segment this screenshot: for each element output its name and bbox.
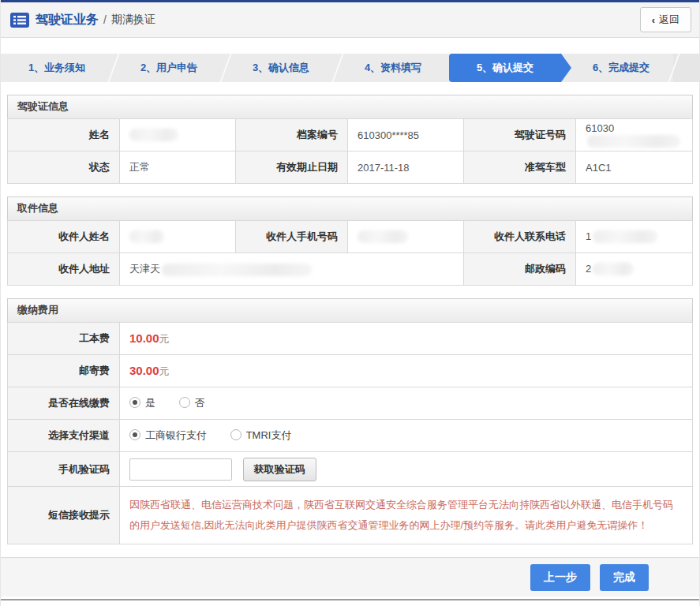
pickup-section-title: 取件信息 (7, 196, 693, 220)
license-table: 姓名 档案编号 610300****85 驾驶证号码 61030 状态 正常 有… (7, 118, 693, 184)
status-label: 状态 (8, 152, 120, 184)
license-section-title: 驾驶证信息 (7, 95, 693, 118)
redacted-postcode (593, 263, 634, 275)
fees-table: 工本费 10.00元 邮寄费 30.00元 是否在线缴费 是 否 选择支付渠道 … (7, 322, 693, 544)
back-button[interactable]: ‹ 返回 (640, 7, 691, 32)
postage-fee-label: 邮寄费 (8, 355, 120, 387)
license-row-1: 姓名 档案编号 610300****85 驾驶证号码 61030 (8, 119, 693, 152)
icbc-pay-radio[interactable] (129, 429, 140, 440)
cost-fee-amount: 10.00 (129, 331, 159, 345)
license-number-label: 驾驶证号码 (464, 119, 576, 152)
fee-cost-row: 工本费 10.00元 (8, 323, 693, 355)
redacted-name (129, 129, 178, 141)
name-value (120, 119, 236, 152)
expiry-label: 有效期止日期 (236, 152, 348, 184)
online-pay-no-label[interactable]: 否 (195, 397, 205, 409)
breadcrumb-separator: / (103, 13, 107, 26)
vehicle-class-label: 准驾车型 (464, 152, 576, 184)
breadcrumb-current: 期满换证 (111, 13, 155, 27)
step-2-tab[interactable]: 2、用户申告 (113, 54, 225, 82)
step-5-tab-active[interactable]: 5、确认提交 (449, 54, 561, 82)
step-6-tab[interactable]: 6、完成提交 (561, 54, 673, 82)
online-pay-yes-label[interactable]: 是 (145, 397, 155, 409)
postcode-value: 2 (576, 253, 693, 286)
icbc-pay-label[interactable]: 工商银行支付 (145, 429, 207, 441)
fees-section-title: 缴纳费用 (7, 298, 693, 322)
finish-button[interactable]: 完成 (600, 564, 649, 591)
recipient-phone-value: 1 (576, 221, 693, 253)
chevron-left-icon: ‹ (652, 14, 655, 26)
step-3-tab[interactable]: 3、确认信息 (225, 54, 337, 82)
sms-notice-row: 短信接收提示 因陕西省联通、电信运营商技术问题，陕西省互联网交通安全综合服务管理… (8, 487, 693, 544)
bottom-divider (1, 599, 699, 600)
fee-postage-row: 邮寄费 30.00元 (8, 355, 693, 387)
pay-channel-options: 工商银行支付 TMRI支付 (120, 420, 693, 452)
expiry-value: 2017-11-18 (348, 152, 464, 184)
recipient-name-value (120, 221, 236, 253)
tmri-pay-label[interactable]: TMRI支付 (246, 429, 292, 441)
captcha-row: 手机验证码 获取验证码 (8, 452, 693, 487)
recipient-mobile-value (348, 221, 464, 253)
step-4-tab[interactable]: 4、资料填写 (337, 54, 449, 82)
recipient-mobile-label: 收件人手机号码 (236, 221, 348, 253)
redacted-recipient-name (129, 230, 164, 243)
pickup-row-2: 收件人地址 天津天 邮政编码 2 (8, 253, 693, 286)
step-1-tab[interactable]: 1、业务须知 (1, 54, 113, 82)
back-button-label: 返回 (659, 13, 679, 27)
captcha-input[interactable] (129, 458, 232, 481)
redacted-phone (593, 230, 657, 243)
step-wizard: 1、业务须知 2、用户申告 3、确认信息 4、资料填写 5、确认提交 6、完成提… (1, 54, 699, 82)
online-pay-row: 是否在线缴费 是 否 (8, 387, 693, 420)
pickup-row-1: 收件人姓名 收件人手机号码 收件人联系电话 1 (8, 221, 693, 253)
postage-fee-value: 30.00元 (120, 355, 693, 387)
postage-fee-unit: 元 (159, 365, 170, 377)
postage-fee-amount: 30.00 (129, 364, 159, 377)
license-row-2: 状态 正常 有效期止日期 2017-11-18 准驾车型 A1C1 (8, 152, 693, 184)
captcha-field-cell: 获取验证码 (120, 452, 693, 487)
page-header: 驾驶证业务 / 期满换证 ‹ 返回 (1, 2, 699, 38)
redacted-address (162, 264, 312, 276)
tmri-pay-radio[interactable] (230, 429, 241, 440)
vehicle-class-value: A1C1 (576, 152, 693, 184)
redacted-mobile (357, 230, 408, 243)
status-value: 正常 (120, 152, 236, 184)
online-pay-options: 是 否 (120, 387, 693, 420)
sms-notice-text: 因陕西省联通、电信运营商技术问题，陕西省互联网交通安全综合服务管理平台无法向持陕… (120, 487, 693, 544)
pay-channel-row: 选择支付渠道 工商银行支付 TMRI支付 (8, 420, 693, 452)
get-captcha-button[interactable]: 获取验证码 (243, 458, 316, 481)
pickup-section: 取件信息 收件人姓名 收件人手机号码 收件人联系电话 1 收件人地址 天津天 邮… (7, 196, 693, 286)
cost-fee-value: 10.00元 (120, 323, 693, 355)
previous-step-button[interactable]: 上一步 (530, 564, 590, 591)
pickup-table: 收件人姓名 收件人手机号码 收件人联系电话 1 收件人地址 天津天 邮政编码 2 (7, 220, 693, 286)
pay-channel-label: 选择支付渠道 (8, 420, 120, 452)
recipient-phone-label: 收件人联系电话 (464, 221, 576, 253)
recipient-name-label: 收件人姓名 (8, 221, 120, 253)
online-pay-no-radio[interactable] (179, 397, 190, 408)
cost-fee-unit: 元 (159, 333, 170, 345)
address-label: 收件人地址 (8, 253, 120, 286)
license-section: 驾驶证信息 姓名 档案编号 610300****85 驾驶证号码 61030 状… (7, 95, 693, 184)
step-bar-filler (673, 54, 699, 82)
page-title: 驾驶证业务 (36, 12, 99, 28)
cost-fee-label: 工本费 (8, 323, 120, 355)
online-pay-label: 是否在线缴费 (8, 387, 120, 420)
file-number-label: 档案编号 (236, 119, 348, 152)
file-number-value: 610300****85 (348, 119, 464, 152)
footer-actions: 上一步 完成 (1, 557, 699, 597)
address-value: 天津天 (120, 253, 464, 286)
postcode-label: 邮政编码 (464, 253, 576, 286)
online-pay-yes-radio[interactable] (129, 397, 140, 408)
fees-section: 缴纳费用 工本费 10.00元 邮寄费 30.00元 是否在线缴费 是 否 选择… (7, 298, 693, 544)
license-number-value: 61030 (576, 119, 693, 152)
captcha-label: 手机验证码 (8, 452, 120, 487)
name-label: 姓名 (8, 119, 120, 152)
sms-notice-label: 短信接收提示 (8, 487, 120, 544)
list-icon (10, 13, 29, 28)
redacted-license-number (587, 135, 680, 148)
page: 驾驶证业务 / 期满换证 ‹ 返回 1、业务须知 2、用户申告 3、确认信息 4… (0, 0, 700, 606)
